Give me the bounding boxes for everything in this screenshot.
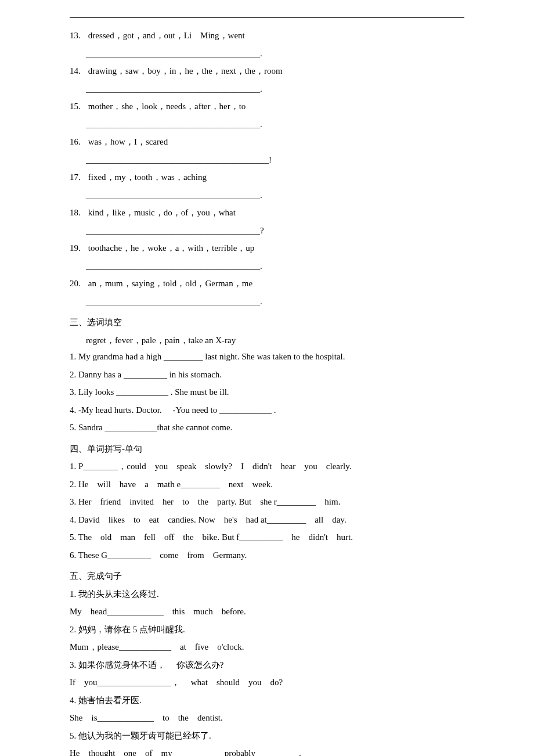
s3-item-1: 1. My grandma had a high _________ last … <box>70 348 464 365</box>
answer-line[interactable]: ________________________________________… <box>86 258 464 275</box>
s5-item-4-cn: 4. 她害怕去看牙医. <box>70 692 464 709</box>
item-19: 19. toothache，he，woke，a，with，terrible，up <box>70 240 464 257</box>
section3-items: 1. My grandma had a high _________ last … <box>70 348 464 436</box>
s4-item-6: 6. These G__________ come from Germany. <box>70 547 464 564</box>
answer-line[interactable]: ________________________________________… <box>86 45 464 62</box>
s4-item-3: 3. Her friend invited her to the party. … <box>70 494 464 510</box>
item-words: mother，she，look，needs，after，her，to <box>88 102 246 111</box>
s5-item-1-cn: 1. 我的头从未这么疼过. <box>70 586 464 603</box>
section5-title: 五、完成句子 <box>70 568 464 585</box>
s5-item-4-en: She is_____________ to the dentist. <box>70 710 464 726</box>
item-number: 14. <box>70 63 86 80</box>
item-18: 18. kind，like，music，do，of，you，what <box>70 204 464 221</box>
s4-item-4: 4. David likes to eat candies. Now he's … <box>70 512 464 528</box>
section5-items: 1. 我的头从未这么疼过. My head_____________ this … <box>70 586 464 757</box>
answer-line[interactable]: ________________________________________… <box>86 293 464 310</box>
s5-item-1-en: My head_____________ this much before. <box>70 603 464 620</box>
item-number: 13. <box>70 27 86 44</box>
s5-item-5-en: He thought one of my__________ probably_… <box>70 745 464 756</box>
s4-item-5: 5. The old man fell off the bike. But f_… <box>70 529 464 546</box>
item-words: an，mum，saying，told，old，German，me <box>88 279 252 288</box>
s3-item-2: 2. Danny has a __________ in his stomach… <box>70 366 464 383</box>
item-number: 18. <box>70 204 86 221</box>
item-15: 15. mother，she，look，needs，after，her，to <box>70 98 464 115</box>
s3-item-4: 4. -My head hurts. Doctor. -You need to … <box>70 402 464 419</box>
answer-line[interactable]: ________________________________________… <box>86 152 464 168</box>
item-words: toothache，he，woke，a，with，terrible，up <box>88 243 255 253</box>
s5-item-2-cn: 2. 妈妈，请你在 5 点钟叫醒我. <box>70 621 464 638</box>
worksheet-page: 13. dressed，got，and，out，Li Ming，went ___… <box>0 0 534 756</box>
answer-line[interactable]: ________________________________________… <box>86 222 464 239</box>
item-number: 19. <box>70 240 86 257</box>
word-bank: regret，fever，pale，pain，take an X-ray <box>86 332 464 349</box>
item-number: 20. <box>70 275 86 292</box>
item-number: 17. <box>70 169 86 186</box>
answer-line[interactable]: ________________________________________… <box>86 81 464 98</box>
s3-item-3: 3. Lily looks ____________ . She must be… <box>70 384 464 401</box>
answer-line[interactable]: ________________________________________… <box>86 187 464 204</box>
item-words: fixed，my，tooth，was，aching <box>88 172 207 182</box>
section4-items: 1. P________，could you speak slowly? I d… <box>70 458 464 563</box>
item-number: 16. <box>70 134 86 150</box>
item-17: 17. fixed，my，tooth，was，aching <box>70 169 464 186</box>
item-16: 16. was，how，I，scared <box>70 134 464 150</box>
section-sentence-building: 13. dressed，got，and，out，Li Ming，went ___… <box>70 27 464 309</box>
top-rule <box>70 17 464 18</box>
item-words: drawing，saw，boy，in，he，the，next，the，room <box>88 66 283 75</box>
s3-item-5: 5. Sandra ____________that she cannot co… <box>70 419 464 436</box>
section4-title: 四、单词拼写-单句 <box>70 441 464 458</box>
item-words: kind，like，music，do，of，you，what <box>88 208 236 217</box>
s5-item-2-en: Mum，please____________ at five o'clock. <box>70 639 464 656</box>
s5-item-3-en: If you_________________， what should you… <box>70 674 464 691</box>
item-words: was，how，I，scared <box>88 137 168 146</box>
item-14: 14. drawing，saw，boy，in，he，the，next，the，r… <box>70 63 464 80</box>
item-number: 15. <box>70 98 86 115</box>
s4-item-2: 2. He will have a math e_________ next w… <box>70 476 464 493</box>
answer-line[interactable]: ________________________________________… <box>86 116 464 133</box>
item-13: 13. dressed，got，and，out，Li Ming，went <box>70 27 464 44</box>
section3-title: 三、选词填空 <box>70 314 464 331</box>
s4-item-1: 1. P________，could you speak slowly? I d… <box>70 458 464 475</box>
item-20: 20. an，mum，saying，told，old，German，me <box>70 275 464 292</box>
s5-item-3-cn: 3. 如果你感觉身体不适， 你该怎么办? <box>70 657 464 674</box>
s5-item-5-cn: 5. 他认为我的一颗牙齿可能已经坏了. <box>70 728 464 744</box>
item-words: dressed，got，and，out，Li Ming，went <box>88 31 245 40</box>
